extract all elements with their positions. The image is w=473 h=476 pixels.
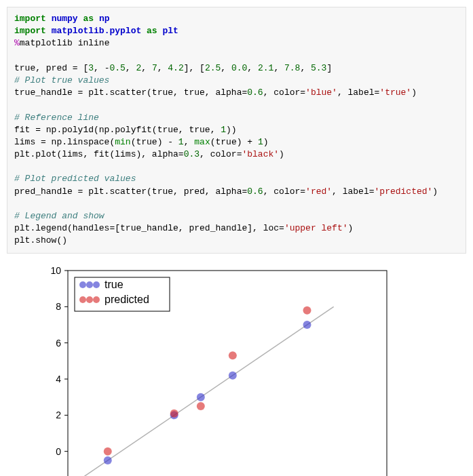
- data-point-predicted: [229, 351, 237, 359]
- data-point-true: [197, 393, 205, 401]
- legend-marker: [93, 296, 100, 303]
- legend-marker: [79, 296, 86, 303]
- legend-marker: [86, 296, 93, 303]
- legend-marker: [93, 281, 100, 288]
- legend-label: true: [105, 279, 124, 290]
- legend-label: predicted: [105, 294, 149, 305]
- data-point-predicted: [303, 306, 311, 314]
- y-tick-label: 10: [50, 265, 61, 276]
- data-point-predicted: [197, 402, 205, 410]
- y-tick-label: 2: [56, 410, 61, 420]
- data-point-true: [229, 371, 237, 379]
- data-point-true: [303, 321, 311, 329]
- reference-line: [81, 306, 334, 476]
- y-tick-label: 4: [56, 374, 61, 384]
- data-point-predicted: [104, 447, 112, 455]
- legend-marker: [79, 281, 86, 288]
- data-point-predicted: [170, 409, 178, 417]
- y-tick-label: 6: [56, 337, 61, 348]
- y-tick-label: 0: [56, 445, 61, 456]
- scatter-plot: −20246810−20246810truepredicted: [34, 260, 400, 476]
- legend-marker: [86, 281, 93, 288]
- y-tick-label: 8: [56, 301, 61, 312]
- code-cell: import numpy as np import matplotlib.pyp…: [7, 7, 466, 254]
- chart-output: −20246810−20246810truepredicted: [34, 260, 466, 476]
- data-point-true: [104, 456, 112, 464]
